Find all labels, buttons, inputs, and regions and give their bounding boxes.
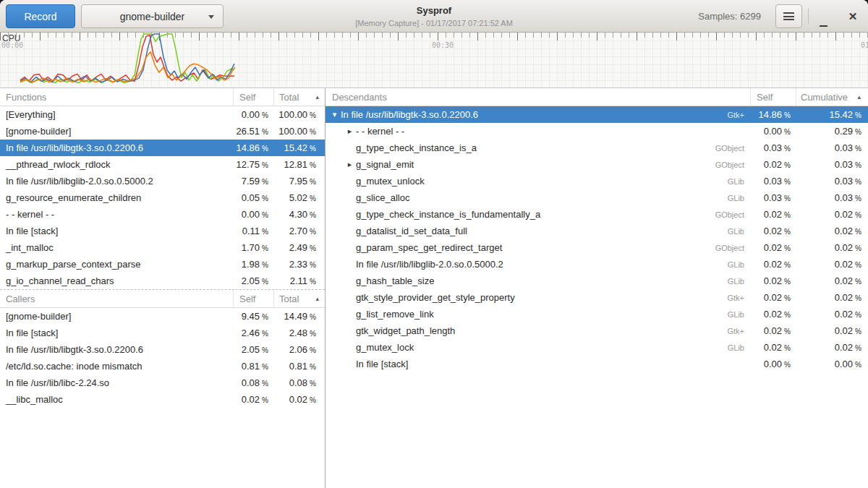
functions-list: [Everything]0.00%100.00%[gnome-builder]2… <box>0 106 325 289</box>
tree-row[interactable]: ▾In file /usr/lib/libgtk-3.so.0.2200.6Gt… <box>326 106 868 123</box>
total-percent: 2.33% <box>273 259 325 270</box>
sort-ascending-icon: ▴ <box>315 295 319 302</box>
tree-row[interactable]: g_type_check_instance_is_aGObject0.03%0.… <box>326 140 868 156</box>
total-percent: 2.49% <box>273 242 325 253</box>
function-name: _int_malloc <box>0 242 233 253</box>
total-percent: 0.08% <box>273 377 325 388</box>
self-percent: 0.02% <box>750 325 796 336</box>
column-header-descendants[interactable]: Descendants <box>326 88 750 106</box>
self-percent: 14.86% <box>233 142 273 153</box>
close-button[interactable]: ✕ <box>842 0 864 33</box>
tree-row[interactable]: g_param_spec_get_redirect_targetGObject0… <box>326 239 868 256</box>
collapse-icon[interactable]: ▾ <box>328 110 341 119</box>
total-percent: 2.70% <box>273 226 325 236</box>
table-row[interactable]: [gnome-builder]26.51%100.00% <box>0 123 325 140</box>
tree-row[interactable]: g_type_check_instance_is_fundamentally_a… <box>326 206 868 223</box>
self-percent: 0.02% <box>750 309 796 320</box>
descendant-name: g_type_check_instance_is_a <box>356 142 715 153</box>
library-category-label: GLib <box>728 310 750 319</box>
target-select-button[interactable]: gnome-builder <box>81 4 224 28</box>
tree-row[interactable]: ▸g_signal_emitGObject0.02%0.03% <box>326 156 868 173</box>
self-percent: 0.02% <box>750 242 796 253</box>
cpu-graph[interactable]: CPU 00:0000:3001:00 <box>0 33 868 88</box>
self-percent: 0.03% <box>750 176 796 187</box>
table-row[interactable]: [gnome-builder]9.45%14.49% <box>0 308 325 325</box>
table-row[interactable]: /etc/ld.so.cache: inode mismatch0.81%0.8… <box>0 358 325 374</box>
table-row[interactable]: g_markup_parse_context_parse1.98%2.33% <box>0 256 325 273</box>
tree-row[interactable]: gtk_widget_path_lengthGtk+0.02%0.02% <box>326 322 868 339</box>
self-percent: 0.02% <box>750 275 796 286</box>
table-row[interactable]: - - kernel - -0.00%4.30% <box>0 206 325 223</box>
self-percent: 14.86% <box>750 109 796 120</box>
self-percent: 1.70% <box>233 242 273 253</box>
self-percent: 7.59% <box>233 176 273 187</box>
tree-row[interactable]: ▸- - kernel - -0.00%0.29% <box>326 123 868 140</box>
library-category-label: GLib <box>728 343 750 352</box>
total-percent: 4.30% <box>273 209 325 220</box>
descendants-table-header: Descendants Self Cumulative ▴ <box>326 88 868 106</box>
tree-row[interactable]: gtk_style_provider_get_style_propertyGtk… <box>326 289 868 306</box>
self-percent: 0.03% <box>750 142 796 153</box>
total-percent: 2.06% <box>273 344 325 355</box>
column-header-cumulative[interactable]: Cumulative ▴ <box>796 88 868 106</box>
menu-button[interactable] <box>775 4 802 28</box>
column-header-self[interactable]: Self <box>750 88 796 106</box>
tree-row[interactable]: g_hash_table_sizeGLib0.02%0.02% <box>326 273 868 289</box>
cumulative-percent: 0.02% <box>796 325 868 336</box>
main-content: Functions Self Total ▴ [Everything]0.00%… <box>0 88 868 488</box>
total-percent: 2.11% <box>273 275 325 286</box>
self-percent: 2.05% <box>233 275 273 286</box>
caller-name: /etc/ld.so.cache: inode mismatch <box>0 361 233 372</box>
table-row[interactable]: [Everything]0.00%100.00% <box>0 106 325 123</box>
cumulative-percent: 0.03% <box>796 176 868 187</box>
expand-icon[interactable]: ▸ <box>344 160 356 169</box>
table-row[interactable]: g_resource_enumerate_children0.05%5.02% <box>0 189 325 206</box>
cumulative-percent: 0.02% <box>796 275 868 286</box>
self-percent: 2.05% <box>233 344 273 355</box>
table-row[interactable]: In file /usr/lib/libgtk-3.so.0.2200.62.0… <box>0 341 325 358</box>
headerbar: Record gnome-builder Sysprof [Memory Cap… <box>0 0 868 33</box>
table-row[interactable]: g_io_channel_read_chars2.05%2.11% <box>0 273 325 289</box>
tree-row[interactable]: g_mutex_lockGLib0.02%0.02% <box>326 339 868 356</box>
column-header-cumulative-label: Cumulative <box>801 92 848 103</box>
expand-icon[interactable]: ▸ <box>344 127 356 136</box>
sysprof-window: Record gnome-builder Sysprof [Memory Cap… <box>0 0 868 488</box>
library-category-label: GLib <box>728 277 750 286</box>
tree-row[interactable]: In file [stack]0.00%0.00% <box>326 356 868 372</box>
column-header-self[interactable]: Self <box>233 88 273 106</box>
cumulative-percent: 0.00% <box>796 359 868 369</box>
table-row[interactable]: _int_malloc1.70%2.49% <box>0 239 325 256</box>
tree-row[interactable]: g_slice_allocGLib0.03%0.03% <box>326 189 868 206</box>
library-category-label: Gtk+ <box>727 327 750 335</box>
record-button[interactable]: Record <box>6 4 75 28</box>
descendant-name: g_mutex_unlock <box>356 176 728 187</box>
table-row[interactable]: In file /usr/lib/libglib-2.0.so.0.5000.2… <box>0 173 325 189</box>
column-header-total-label: Total <box>279 92 299 103</box>
self-percent: 0.00% <box>233 109 273 120</box>
column-header-callers[interactable]: Callers <box>0 290 233 307</box>
tree-row[interactable]: g_datalist_id_set_data_fullGLib0.02%0.02… <box>326 223 868 239</box>
column-header-total[interactable]: Total ▴ <box>273 290 325 307</box>
table-row[interactable]: In file [stack]0.11%2.70% <box>0 223 325 239</box>
table-row[interactable]: In file /usr/lib/libgtk-3.so.0.2200.614.… <box>0 140 325 156</box>
column-header-self[interactable]: Self <box>233 290 273 307</box>
function-name: g_resource_enumerate_children <box>0 192 233 203</box>
table-row[interactable]: In file [stack]2.46%2.48% <box>0 325 325 341</box>
column-header-total[interactable]: Total ▴ <box>273 88 325 106</box>
chevron-down-icon <box>208 15 214 19</box>
self-percent: 0.00% <box>233 209 273 220</box>
table-row[interactable]: In file /usr/lib/libc-2.24.so0.08%0.08% <box>0 374 325 391</box>
tree-row[interactable]: g_mutex_unlockGLib0.03%0.03% <box>326 173 868 189</box>
tree-row[interactable]: In file /usr/lib/libglib-2.0.so.0.5000.2… <box>326 256 868 273</box>
minimize-button[interactable] <box>814 0 832 33</box>
cumulative-percent: 0.03% <box>796 159 868 170</box>
caller-name: In file /usr/lib/libc-2.24.so <box>0 377 233 388</box>
table-row[interactable]: __libc_malloc0.02%0.02% <box>0 391 325 408</box>
table-row[interactable]: __pthread_rwlock_rdlock12.75%12.81% <box>0 156 325 173</box>
tree-row[interactable]: g_list_remove_linkGLib0.02%0.02% <box>326 306 868 322</box>
descendant-name: g_signal_emit <box>356 159 715 170</box>
library-category-label: GLib <box>728 194 750 202</box>
function-name: In file /usr/lib/libgtk-3.so.0.2200.6 <box>0 142 233 153</box>
total-percent: 100.00% <box>273 126 325 137</box>
column-header-functions[interactable]: Functions <box>0 88 233 106</box>
